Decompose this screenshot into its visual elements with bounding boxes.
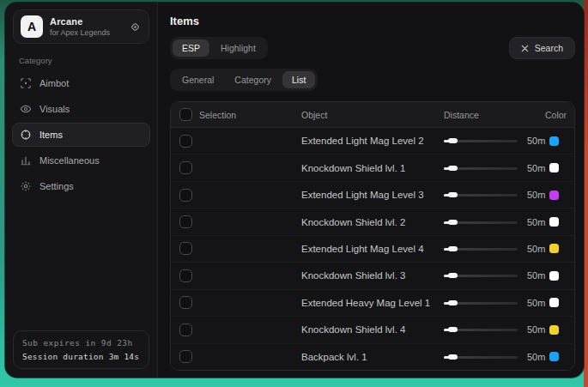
eye-icon <box>20 103 32 115</box>
row-checkbox[interactable] <box>179 135 192 148</box>
row-checkbox[interactable] <box>179 215 192 228</box>
color-swatch[interactable] <box>549 163 559 172</box>
distance-slider[interactable] <box>444 298 518 308</box>
distance-slider[interactable] <box>444 163 518 173</box>
object-name: Extended Heavy Mag Level 1 <box>301 298 444 308</box>
color-swatch[interactable] <box>549 325 559 335</box>
tab-highlight[interactable]: Highlight <box>211 39 265 57</box>
distance-value: 50m <box>527 270 545 281</box>
table-row: Extended Light Mag Level 2 50m <box>171 128 574 154</box>
table-row: Extended Light Mag Level 3 50m <box>171 181 574 208</box>
object-name: Knockdown Shield lvl. 4 <box>301 324 444 335</box>
object-name: Extended Light Mag Level 2 <box>301 136 444 146</box>
distance-slider[interactable] <box>444 244 518 254</box>
object-name: Extended Light Mag Level 4 <box>301 244 444 254</box>
color-swatch[interactable] <box>549 136 559 146</box>
items-table: Selection Object Distance Color Extended… <box>170 101 575 371</box>
tab-esp[interactable]: ESP <box>173 39 209 57</box>
sidebar-item-visuals[interactable]: Visuals <box>12 97 150 121</box>
tab-category[interactable]: Category <box>225 71 281 88</box>
object-name: Backpack lvl. 1 <box>301 352 444 362</box>
sidebar-item-aimbot[interactable]: Aimbot <box>12 71 150 95</box>
distance-value: 50m <box>527 190 545 200</box>
screen-edge-red <box>584 0 588 387</box>
sub-expiry-text: Sub expires in 9d 23h <box>22 338 140 348</box>
sidebar-item-label: Settings <box>39 181 74 191</box>
session-status-card: Sub expires in 9d 23h Session duration 3… <box>13 330 149 369</box>
category-section-label: Category <box>19 56 157 65</box>
header-color: Color <box>545 110 575 120</box>
target-icon <box>20 129 32 141</box>
toolbar: ESP Highlight Search <box>170 37 575 59</box>
gear-icon <box>20 180 32 192</box>
color-swatch[interactable] <box>549 298 559 307</box>
distance-value: 50m <box>527 298 545 308</box>
page-title: Items <box>170 15 575 27</box>
app-window: A Arcane for Apex Legends Category <box>5 3 584 378</box>
sidebar-item-label: Miscellaneous <box>39 155 100 166</box>
row-checkbox[interactable] <box>179 350 192 363</box>
sidebar: A Arcane for Apex Legends Category <box>5 3 158 378</box>
table-row: Extended Heavy Mag Level 1 50m <box>171 289 574 316</box>
search-button-label: Search <box>535 43 563 53</box>
tab-list[interactable]: List <box>282 71 315 88</box>
mode-tabs: ESP Highlight <box>170 37 268 59</box>
distance-slider[interactable] <box>444 190 518 200</box>
table-row: Knockdown Shield lvl. 1 50m <box>171 154 574 180</box>
table-row: Knockdown Shield lvl. 4 50m <box>171 316 574 342</box>
sidebar-nav: Aimbot Visuals Items <box>5 71 157 198</box>
distance-slider[interactable] <box>444 136 518 146</box>
table-row: Backpack lvl. 1 50m <box>171 343 574 370</box>
table-row: Knockdown Shield lvl. 2 50m <box>171 208 574 234</box>
color-swatch[interactable] <box>549 352 559 361</box>
row-checkbox[interactable] <box>179 296 192 309</box>
diamond-badge-icon[interactable] <box>129 21 142 33</box>
row-checkbox[interactable] <box>179 324 192 336</box>
distance-value: 50m <box>527 244 545 254</box>
header-object: Object <box>301 110 444 120</box>
sidebar-item-items[interactable]: Items <box>12 123 150 147</box>
object-name: Knockdown Shield lvl. 1 <box>301 163 444 173</box>
color-swatch[interactable] <box>549 190 559 200</box>
x-icon <box>521 45 529 52</box>
row-checkbox[interactable] <box>179 242 192 255</box>
color-swatch[interactable] <box>549 271 559 281</box>
distance-slider[interactable] <box>444 270 518 281</box>
color-swatch[interactable] <box>549 217 559 227</box>
table-header: Selection Object Distance Color <box>171 102 574 128</box>
brand-text: Arcane for Apex Legends <box>50 16 110 37</box>
select-all-checkbox[interactable] <box>179 108 192 121</box>
brand-subtitle: for Apex Legends <box>50 28 110 37</box>
view-tabs-bar: General Category List <box>170 69 575 91</box>
object-name: Knockdown Shield lvl. 2 <box>301 217 444 227</box>
chart-icon <box>20 154 32 166</box>
sidebar-item-label: Items <box>39 130 63 140</box>
distance-value: 50m <box>527 352 545 362</box>
header-selection: Selection <box>199 110 236 120</box>
row-checkbox[interactable] <box>179 161 192 174</box>
tab-general[interactable]: General <box>173 71 223 88</box>
crosshair-icon <box>20 77 32 89</box>
color-swatch[interactable] <box>549 244 559 253</box>
row-checkbox[interactable] <box>179 269 192 282</box>
table-row: Extended Light Mag Level 4 50m <box>171 235 574 262</box>
sidebar-item-miscellaneous[interactable]: Miscellaneous <box>12 148 150 172</box>
distance-value: 50m <box>527 163 545 173</box>
sidebar-item-settings[interactable]: Settings <box>12 174 150 198</box>
distance-slider[interactable] <box>444 217 518 227</box>
brand-card: A Arcane for Apex Legends <box>13 9 149 44</box>
sidebar-item-label: Aimbot <box>39 78 69 88</box>
main-panel: Items ESP Highlight Search General Categ… <box>158 3 584 378</box>
search-button[interactable]: Search <box>509 37 575 59</box>
row-checkbox[interactable] <box>179 189 192 202</box>
object-name: Extended Light Mag Level 3 <box>301 190 444 200</box>
brand-name: Arcane <box>50 16 110 27</box>
distance-value: 50m <box>527 136 545 146</box>
sidebar-item-label: Visuals <box>39 104 70 114</box>
distance-slider[interactable] <box>444 324 518 335</box>
table-row: Knockdown Shield lvl. 3 50m <box>171 262 574 288</box>
view-tabs: General Category List <box>170 69 318 91</box>
header-distance: Distance <box>444 110 545 120</box>
session-duration-text: Session duration 3m 14s <box>22 352 140 361</box>
distance-slider[interactable] <box>444 352 518 362</box>
